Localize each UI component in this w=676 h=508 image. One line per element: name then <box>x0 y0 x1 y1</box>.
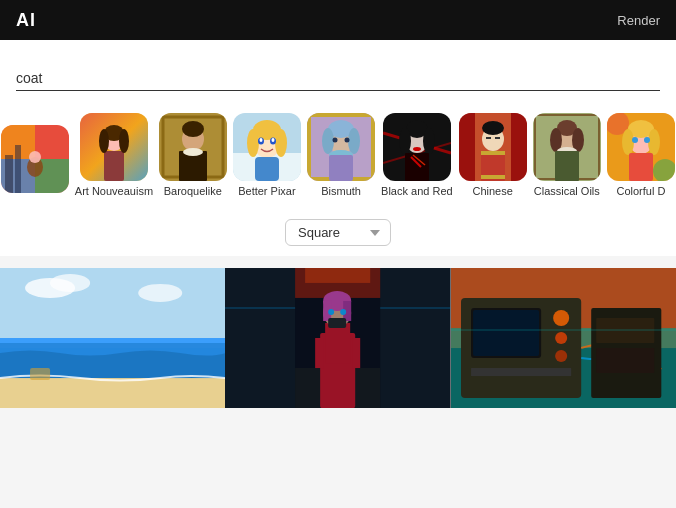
style-item-classical-oils[interactable]: Classical Oils <box>536 113 598 197</box>
gallery-section: GRFX tag <box>0 256 676 408</box>
svg-rect-128 <box>596 348 654 373</box>
style-thumb-svg-colorful <box>607 113 675 181</box>
svg-rect-127 <box>596 318 654 343</box>
svg-point-26 <box>247 129 259 157</box>
svg-point-91 <box>50 274 90 292</box>
format-section: Square Portrait Landscape <box>0 209 676 256</box>
svg-rect-119 <box>473 310 539 356</box>
style-label-art-nouveauism: Art Nouveauism <box>75 185 153 197</box>
svg-point-41 <box>333 138 338 143</box>
gallery-svg-cyberpunk <box>225 268 450 408</box>
style-thumb-chinese <box>459 113 527 181</box>
svg-point-42 <box>345 138 350 143</box>
style-item-baroquelike[interactable]: Baroquelike <box>162 113 224 197</box>
style-thumb-svg-art <box>80 113 148 181</box>
gallery-item-retro[interactable]: GRFX tag <box>451 268 676 408</box>
svg-point-19 <box>182 121 204 137</box>
style-thumb-svg-first <box>1 125 69 193</box>
search-input[interactable] <box>16 70 660 86</box>
search-area <box>0 40 676 101</box>
style-label-chinese: Chinese <box>472 185 512 197</box>
header-logo: AI <box>16 10 36 31</box>
style-thumb-colorful <box>607 113 675 181</box>
svg-rect-51 <box>405 153 429 181</box>
svg-rect-55 <box>459 113 475 181</box>
styles-row: Art Nouveauism <box>0 113 676 201</box>
style-thumb-svg-pixar <box>233 113 301 181</box>
style-thumb-classical-oils <box>533 113 601 181</box>
svg-point-21 <box>183 148 203 156</box>
svg-point-31 <box>271 138 274 142</box>
header: AI Render <box>0 0 676 40</box>
style-label-black-red: Black and Red <box>381 185 453 197</box>
svg-point-13 <box>99 129 109 153</box>
svg-point-48 <box>399 128 411 154</box>
svg-point-92 <box>138 284 182 302</box>
style-label-bismuth: Bismuth <box>321 185 361 197</box>
svg-point-84 <box>644 137 650 143</box>
svg-rect-32 <box>255 157 279 181</box>
gallery-item-cyberpunk[interactable] <box>225 268 450 408</box>
svg-rect-11 <box>104 151 124 181</box>
svg-point-30 <box>259 138 262 142</box>
svg-point-49 <box>423 128 435 154</box>
style-item-first[interactable] <box>4 125 66 197</box>
search-wrapper <box>16 70 660 91</box>
svg-rect-62 <box>481 175 505 179</box>
svg-rect-93 <box>30 368 50 380</box>
gallery-item-beach[interactable] <box>0 268 225 408</box>
svg-rect-89 <box>0 378 225 408</box>
svg-point-14 <box>119 129 129 153</box>
style-label-colorful: Colorful D <box>616 185 665 197</box>
gallery-svg-retro: GRFX tag <box>451 268 676 408</box>
svg-rect-73 <box>555 151 579 181</box>
style-thumb-black-red <box>383 113 451 181</box>
style-thumb-svg-black-red <box>383 113 451 181</box>
format-select[interactable]: Square Portrait Landscape <box>285 219 391 246</box>
svg-point-7 <box>29 151 41 163</box>
svg-rect-123 <box>471 368 571 376</box>
style-item-chinese[interactable]: Chinese <box>462 113 524 197</box>
style-label-baroquelike: Baroquelike <box>164 185 222 197</box>
svg-point-59 <box>482 121 504 135</box>
svg-rect-40 <box>329 155 353 181</box>
svg-point-81 <box>648 129 660 155</box>
style-thumb-first <box>1 125 69 193</box>
svg-rect-82 <box>629 153 653 181</box>
style-thumb-svg-classical <box>533 113 601 181</box>
svg-rect-56 <box>511 113 527 181</box>
svg-point-27 <box>275 129 287 157</box>
svg-point-121 <box>555 332 567 344</box>
svg-rect-5 <box>15 145 21 193</box>
svg-point-83 <box>632 137 638 143</box>
style-item-better-pixar[interactable]: Better Pixar <box>236 113 298 197</box>
svg-point-80 <box>622 129 634 155</box>
gallery-row: GRFX tag <box>0 268 676 408</box>
style-item-black-red[interactable]: Black and Red <box>384 113 449 197</box>
svg-rect-4 <box>5 155 13 193</box>
svg-point-38 <box>348 128 360 154</box>
style-item-bismuth[interactable]: Bismuth <box>310 113 372 197</box>
style-item-art-nouveauism[interactable]: Art Nouveauism <box>78 113 150 197</box>
style-label-better-pixar: Better Pixar <box>238 185 295 197</box>
style-thumb-svg-bismuth <box>307 113 375 181</box>
style-label-classical-oils: Classical Oils <box>534 185 600 197</box>
style-thumb-art-nouveauism <box>80 113 148 181</box>
svg-point-120 <box>553 310 569 326</box>
style-thumb-svg-chinese <box>459 113 527 181</box>
style-item-colorful[interactable]: Colorful D <box>610 113 672 197</box>
svg-rect-113 <box>225 268 450 408</box>
gallery-svg-beach <box>0 268 225 408</box>
svg-point-122 <box>555 350 567 362</box>
style-thumb-svg-baroque <box>159 113 227 181</box>
styles-section: Art Nouveauism <box>0 101 676 209</box>
svg-point-37 <box>322 128 334 154</box>
svg-rect-61 <box>481 151 505 155</box>
style-thumb-better-pixar <box>233 113 301 181</box>
header-render-label: Render <box>617 13 660 28</box>
svg-rect-86 <box>0 268 225 348</box>
svg-point-50 <box>413 147 421 151</box>
style-thumb-baroquelike <box>159 113 227 181</box>
style-thumb-bismuth <box>307 113 375 181</box>
